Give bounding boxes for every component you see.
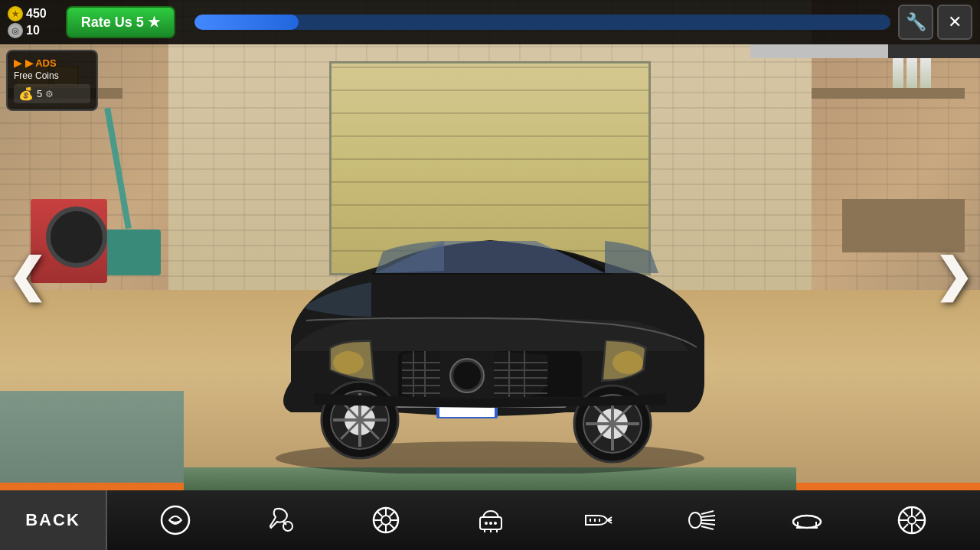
rate-us-button[interactable]: Rate Us 5 ★ — [66, 6, 175, 38]
bottle-1 — [893, 57, 903, 88]
bottom-hud: BACK — [0, 490, 980, 550]
paint-icon — [263, 503, 297, 537]
paint-tool-button[interactable] — [258, 498, 302, 542]
svg-line-81 — [916, 511, 921, 516]
svg-line-65 — [701, 516, 715, 517]
settings-button[interactable]: 🔧 — [898, 5, 933, 40]
gold-value: 450 — [26, 7, 47, 21]
secondary-bar-fill — [750, 44, 888, 58]
lift-indicator-left — [0, 483, 184, 490]
svg-line-46 — [377, 512, 382, 516]
ads-description: Free Coins — [14, 70, 90, 81]
svg-line-79 — [903, 511, 908, 516]
close-icon: ✕ — [948, 12, 962, 32]
gold-currency: ★ 450 — [8, 6, 47, 21]
currency-area: ★ 450 ◎ 10 — [8, 6, 47, 38]
silver-icon: ◎ — [8, 23, 23, 38]
progress-bar-fill — [194, 15, 299, 30]
floor-tiles — [0, 391, 184, 483]
svg-point-18 — [453, 362, 481, 389]
bottle-2 — [906, 57, 917, 88]
svg-line-48 — [390, 512, 394, 516]
wheel-decor-button[interactable] — [364, 498, 408, 542]
bottle-3 — [920, 57, 931, 88]
play-icon: ▶ — [14, 57, 21, 69]
top-hud: ★ 450 ◎ 10 Rate Us 5 ★ 🔧 ✕ — [0, 0, 980, 44]
ads-panel[interactable]: ▶ ▶ ADS Free Coins 💰 5 ⚙ — [6, 50, 98, 111]
lift-indicator-right — [796, 483, 980, 490]
hoist-arm — [104, 108, 132, 229]
wrap-icon — [158, 503, 192, 537]
prev-car-button[interactable]: ❮ — [8, 249, 46, 302]
svg-point-41 — [381, 516, 390, 525]
gold-icon: ★ — [8, 6, 23, 21]
svg-point-63 — [689, 513, 701, 528]
wash-tool-button[interactable] — [469, 498, 513, 542]
headlight-icon — [580, 503, 613, 537]
svg-rect-20 — [439, 406, 495, 417]
svg-line-64 — [701, 511, 714, 514]
headlight-tool-button[interactable] — [574, 498, 619, 542]
wash-icon — [474, 503, 508, 537]
next-car-button[interactable]: ❯ — [934, 249, 972, 302]
wheel-decor-icon — [369, 503, 403, 537]
svg-line-82 — [903, 524, 908, 529]
game-scene: ❮ ❯ — [0, 0, 980, 550]
hoist-base — [100, 229, 161, 275]
svg-line-67 — [701, 523, 715, 525]
car-svg — [230, 198, 750, 474]
svg-point-74 — [908, 516, 916, 524]
top-right-buttons: 🔧 ✕ — [898, 5, 972, 40]
progress-bar — [194, 15, 890, 30]
silver-currency: ◎ 10 — [8, 23, 47, 38]
svg-line-80 — [916, 524, 921, 529]
settings-icon: 🔧 — [906, 12, 926, 32]
ads-header: ▶ ▶ ADS — [14, 57, 90, 69]
svg-point-52 — [489, 522, 492, 525]
wrap-tool-button[interactable] — [153, 498, 198, 542]
ads-coins-row: 💰 5 ⚙ — [14, 84, 90, 103]
svg-point-38 — [162, 506, 189, 534]
rims-tool-button[interactable] — [890, 498, 934, 542]
coin-icon: 💰 — [18, 86, 34, 101]
svg-point-21 — [333, 351, 364, 374]
secondary-progress-bar — [750, 44, 980, 58]
ads-label: ▶ ADS — [25, 57, 57, 69]
coin-icon2: ⚙ — [45, 89, 54, 99]
svg-line-49 — [377, 524, 382, 529]
spare-tire — [46, 207, 107, 268]
svg-point-53 — [494, 522, 497, 525]
shelf-right — [812, 88, 965, 99]
silver-value: 10 — [26, 24, 40, 37]
ads-coins-count: 5 — [37, 88, 42, 99]
rims-icon — [895, 503, 929, 537]
beam-tool-button[interactable] — [679, 498, 724, 542]
spoiler-icon — [790, 503, 824, 537]
bottom-tools — [107, 498, 980, 542]
beam-icon — [684, 503, 718, 537]
spoiler-tool-button[interactable] — [785, 498, 829, 542]
progress-area — [194, 15, 890, 30]
close-button[interactable]: ✕ — [937, 5, 972, 40]
svg-line-68 — [701, 526, 714, 529]
car-display — [230, 198, 750, 474]
back-button[interactable]: BACK — [0, 490, 107, 550]
svg-point-22 — [612, 351, 643, 374]
svg-line-47 — [390, 524, 394, 529]
svg-point-51 — [485, 522, 488, 525]
work-table-right — [842, 199, 965, 252]
